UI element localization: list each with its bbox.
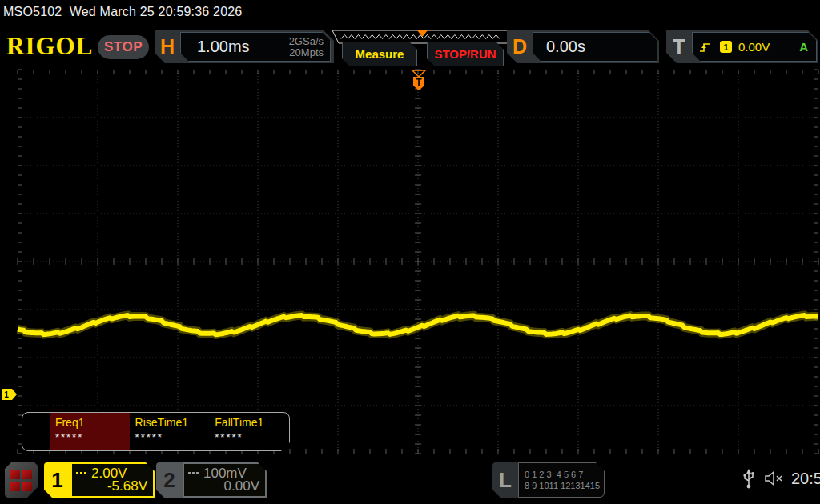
dc-coupling-icon — [188, 470, 199, 474]
measurement-panel: Freq1 ***** RiseTime1 ***** FallTime1 **… — [22, 412, 290, 451]
speaker-muted-icon — [764, 470, 785, 487]
trigger-position-marker[interactable]: T — [412, 70, 425, 90]
channel-1-offset: -5.68V — [107, 478, 147, 494]
svg-text:T: T — [416, 77, 422, 88]
measure-button[interactable]: Measure — [342, 42, 417, 66]
ch1-trace-glow — [18, 315, 818, 334]
channel-1-tab[interactable]: 1 — [44, 462, 70, 498]
timebase-value: 1.00ms — [197, 38, 289, 56]
titlebar: MSO5102 Wed March 25 20:59:36 2026 — [3, 5, 242, 19]
delay-label: D — [507, 35, 533, 58]
clock-text: 20:59 — [791, 470, 820, 488]
dc-coupling-icon — [76, 470, 87, 474]
measurement-freq1[interactable]: Freq1 ***** — [50, 413, 130, 450]
oscilloscope-screen: MSO5102 Wed March 25 20:59:36 2026 RIGOL… — [0, 0, 820, 504]
channel-2-control[interactable]: 2 100mV 0.00V — [156, 462, 267, 498]
ch1-ground-marker[interactable]: 1 — [2, 389, 17, 400]
rising-edge-trigger-icon — [699, 41, 712, 54]
measurement-falltime1[interactable]: FallTime1 ***** — [209, 413, 289, 450]
status-icons: 20:59 — [742, 467, 820, 490]
logic-analyzer-control[interactable]: L 0 1 2 3 4 5 6 7 8 9 1011 12131415 — [492, 462, 605, 498]
measurement-risetime1[interactable]: RiseTime1 ***** — [130, 413, 210, 450]
run-state-badge: STOP — [98, 35, 149, 59]
trigger-sweep-mode: A — [799, 40, 808, 54]
delay-value: 0.00s — [546, 38, 585, 56]
rigol-logo: RIGOL — [6, 32, 93, 61]
digital-channels-row2: 8 9 1011 12131415 — [525, 480, 604, 491]
delay-block[interactable]: D 0.00s — [507, 30, 659, 63]
trigger-label: T — [666, 35, 692, 58]
stop-run-button[interactable]: STOP/RUN — [427, 42, 504, 66]
trigger-level-value: 0.00V — [738, 40, 799, 54]
horizontal-label: H — [155, 35, 180, 58]
channel-2-offset: 0.00V — [224, 478, 259, 494]
horizontal-settings-block[interactable]: H 1.00ms 2GSa/s 20Mpts — [155, 30, 334, 63]
datetime-text: Wed March 25 20:59:36 2026 — [70, 5, 243, 18]
ch1-trace — [18, 315, 818, 334]
sample-rate: 2GSa/s — [289, 36, 324, 47]
usb-icon — [742, 467, 756, 490]
model-name: MSO5102 — [3, 5, 62, 18]
menu-button[interactable] — [5, 462, 38, 498]
channel-1-control[interactable]: 1 2.00V -5.68V — [44, 462, 155, 498]
trigger-source-badge: 1 — [720, 41, 732, 53]
digital-channels-row1: 0 1 2 3 4 5 6 7 — [525, 469, 604, 480]
trigger-block[interactable]: T 1 0.00V A — [666, 30, 818, 63]
menu-grid-icon — [10, 470, 32, 491]
svg-text:1: 1 — [4, 390, 9, 399]
memory-depth: 20Mpts — [289, 47, 324, 58]
logic-analyzer-tab[interactable]: L — [492, 462, 518, 498]
channel-2-tab[interactable]: 2 — [156, 462, 183, 498]
